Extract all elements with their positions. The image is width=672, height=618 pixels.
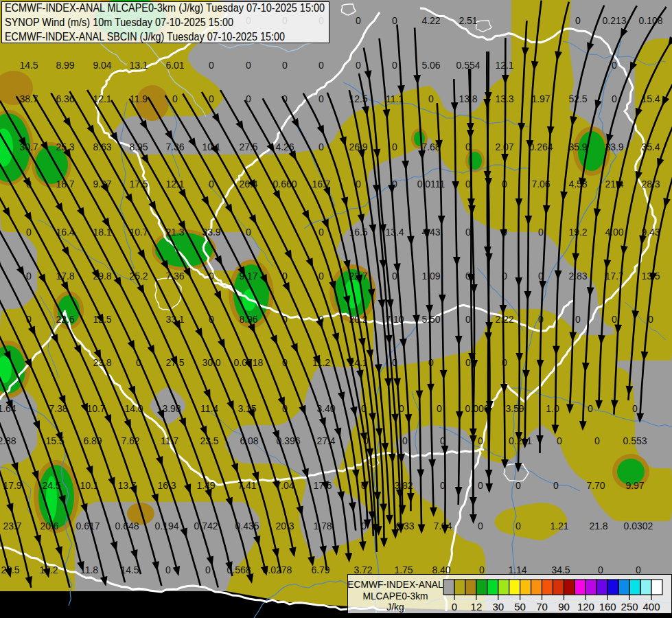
- svg-text:0.0302: 0.0302: [624, 520, 653, 531]
- svg-text:1.75: 1.75: [394, 564, 413, 575]
- svg-text:5.06: 5.06: [421, 60, 440, 71]
- svg-text:0: 0: [356, 15, 361, 26]
- svg-text:8.40: 8.40: [432, 564, 450, 575]
- svg-text:0: 0: [282, 60, 288, 71]
- svg-text:20.3: 20.3: [275, 520, 294, 531]
- svg-text:8.99: 8.99: [56, 60, 74, 71]
- svg-text:0: 0: [392, 15, 397, 26]
- svg-text:0: 0: [557, 435, 562, 446]
- svg-text:28.3: 28.3: [641, 179, 660, 190]
- svg-text:1.14: 1.14: [508, 564, 526, 575]
- svg-text:0: 0: [478, 520, 483, 531]
- svg-text:160: 160: [599, 601, 616, 613]
- svg-text:9.97: 9.97: [625, 480, 644, 491]
- svg-text:21.8: 21.8: [589, 520, 607, 531]
- svg-text:0: 0: [318, 93, 324, 104]
- svg-text:ECMWF-INDEX-ANAL MLCAPE0-3km (: ECMWF-INDEX-ANAL MLCAPE0-3km (J/kg) Tues…: [5, 2, 325, 14]
- svg-text:0: 0: [392, 141, 397, 152]
- svg-text:6.01: 6.01: [165, 60, 184, 71]
- svg-text:6.08: 6.08: [240, 435, 258, 446]
- svg-text:0: 0: [553, 480, 559, 491]
- svg-text:2.22: 2.22: [495, 314, 513, 325]
- svg-text:0: 0: [612, 93, 617, 104]
- svg-text:0: 0: [478, 435, 483, 446]
- svg-text:20.6: 20.6: [40, 520, 58, 531]
- svg-text:ECMWF-INDEX-ANAL SBCIN (J/kg): ECMWF-INDEX-ANAL SBCIN (J/kg) Tuesday 07…: [5, 31, 285, 43]
- svg-text:23.7: 23.7: [3, 520, 21, 531]
- svg-text:35.9: 35.9: [568, 141, 587, 152]
- svg-text:0: 0: [594, 435, 600, 446]
- svg-text:7.36: 7.36: [165, 271, 184, 282]
- svg-text:0: 0: [356, 60, 361, 71]
- svg-text:MLCAPE0-3km: MLCAPE0-3km: [362, 591, 428, 602]
- svg-text:0: 0: [588, 403, 593, 414]
- svg-text:0: 0: [612, 314, 617, 325]
- svg-text:50: 50: [514, 601, 526, 613]
- svg-text:0: 0: [538, 227, 544, 238]
- svg-text:0: 0: [209, 179, 214, 190]
- svg-text:3.59: 3.59: [505, 403, 524, 414]
- svg-text:SYNOP Wind (m/s) 10m Tuesday 0: SYNOP Wind (m/s) 10m Tuesday 07-10-2025 …: [5, 16, 233, 28]
- svg-text:120: 120: [577, 601, 594, 613]
- svg-text:0.213: 0.213: [602, 15, 626, 26]
- svg-text:0: 0: [246, 227, 251, 238]
- svg-text:0: 0: [165, 564, 171, 575]
- svg-text:0: 0: [575, 314, 581, 325]
- svg-text:0: 0: [632, 403, 638, 414]
- svg-text:7.70: 7.70: [586, 480, 605, 491]
- svg-text:0: 0: [402, 435, 408, 446]
- svg-text:27.4: 27.4: [316, 435, 335, 446]
- svg-text:0: 0: [465, 314, 471, 325]
- svg-text:0: 0: [636, 564, 641, 575]
- svg-text:4.00: 4.00: [605, 227, 623, 238]
- svg-text:J/kg: J/kg: [386, 602, 404, 613]
- svg-text:34.5: 34.5: [551, 564, 570, 575]
- svg-text:14.5: 14.5: [19, 60, 38, 71]
- svg-text:0: 0: [318, 227, 324, 238]
- svg-text:1.0: 1.0: [546, 403, 559, 414]
- svg-text:0: 0: [205, 564, 211, 575]
- svg-text:17.6: 17.6: [313, 480, 332, 491]
- svg-text:0: 0: [318, 60, 324, 71]
- svg-text:0: 0: [478, 480, 483, 491]
- svg-text:0.742: 0.742: [194, 520, 218, 531]
- svg-text:9.04: 9.04: [93, 60, 111, 71]
- svg-text:1.21: 1.21: [550, 520, 568, 531]
- svg-text:0: 0: [479, 564, 485, 575]
- svg-text:0: 0: [209, 93, 214, 104]
- svg-text:0: 0: [392, 271, 397, 282]
- svg-text:0.194: 0.194: [154, 520, 178, 531]
- svg-text:0: 0: [465, 227, 471, 238]
- svg-text:90: 90: [558, 601, 570, 613]
- svg-text:0: 0: [598, 564, 603, 575]
- svg-text:0: 0: [465, 179, 471, 190]
- svg-text:400: 400: [642, 601, 660, 613]
- svg-text:16.3: 16.3: [157, 480, 176, 491]
- svg-text:4.22: 4.22: [421, 15, 440, 26]
- svg-text:0: 0: [612, 60, 617, 71]
- svg-text:0: 0: [209, 60, 214, 71]
- svg-text:2.51: 2.51: [459, 15, 477, 26]
- svg-text:30: 30: [492, 601, 504, 613]
- svg-text:12: 12: [471, 601, 483, 613]
- svg-text:0: 0: [437, 403, 442, 414]
- svg-text:18.1: 18.1: [93, 227, 111, 238]
- svg-text:11.7: 11.7: [161, 435, 178, 446]
- svg-text:1.97: 1.97: [531, 93, 550, 104]
- svg-text:13.1: 13.1: [129, 60, 148, 71]
- svg-text:5.50: 5.50: [421, 314, 440, 325]
- svg-text:0: 0: [172, 93, 178, 104]
- svg-text:250: 250: [621, 601, 638, 613]
- svg-text:0: 0: [318, 141, 324, 152]
- svg-text:0.553: 0.553: [623, 435, 647, 446]
- svg-text:0: 0: [318, 271, 324, 282]
- svg-text:0: 0: [452, 601, 457, 613]
- svg-text:0.617: 0.617: [76, 520, 100, 531]
- svg-text:0: 0: [26, 227, 32, 238]
- svg-text:0: 0: [428, 93, 434, 104]
- svg-text:0: 0: [246, 60, 251, 71]
- svg-text:0: 0: [392, 60, 397, 71]
- svg-text:13.8: 13.8: [459, 93, 477, 104]
- svg-text:0: 0: [465, 357, 471, 368]
- svg-text:70: 70: [536, 601, 548, 613]
